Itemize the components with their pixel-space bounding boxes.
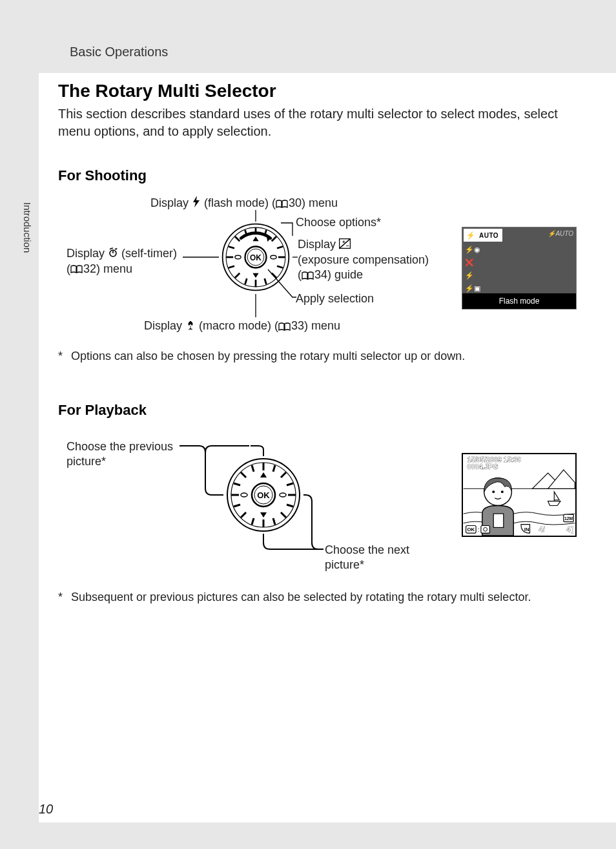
macro-icon [185, 319, 196, 334]
svg-text:OK: OK [257, 490, 270, 500]
playback-total: 4 [567, 525, 571, 533]
apply-selection-label: Apply selection [296, 291, 374, 306]
self-timer-icon [108, 247, 118, 262]
flash-redeye-icon: ⚡◉ [465, 246, 480, 254]
intro-paragraph: This section describes standard uses of … [58, 105, 568, 140]
svg-text:+: + [342, 239, 345, 245]
content-area: The Rotary Multi Selector This section d… [39, 73, 616, 823]
playback-date: 15/05/2009 15:30 [467, 456, 522, 463]
svg-rect-61 [481, 525, 490, 533]
flash-off-icon: ❌ [465, 258, 474, 267]
text: ) menu [96, 262, 132, 275]
manual-page: Basic Operations Introduction The Rotary… [0, 0, 616, 849]
book-icon [70, 262, 83, 277]
exposure-comp-icon: +− [339, 238, 351, 253]
svg-text:−: − [346, 243, 349, 249]
text: (self-timer) [118, 247, 177, 260]
up-label: Display (flash mode) (30) menu [150, 196, 338, 211]
playback-screen: 15/05/2009 15:30 0004.JPG OK : IN 4/ [462, 453, 577, 537]
shooting-diagram: Display (flash mode) (30) menu Choose op… [67, 196, 577, 338]
choose-options-label: Choose options* [296, 215, 381, 230]
text: 30 [289, 196, 302, 209]
flash-mode-caption: Flash mode [462, 293, 576, 309]
playback-footnote: * Subsequent or previous pictures can al… [58, 591, 585, 604]
rotary-dial: OK [225, 456, 302, 534]
text: (flash mode) ( [201, 196, 276, 209]
flash-on-icon: ⚡ [465, 271, 474, 280]
text: 33 [291, 319, 304, 332]
page-number: 10 [39, 802, 53, 817]
text: (exposure compensation) [298, 253, 429, 266]
flash-icon [192, 196, 201, 211]
text: (macro mode) ( [196, 319, 278, 332]
book-icon [278, 319, 291, 334]
rotary-dial: OK [220, 222, 291, 293]
text: ) menu [302, 196, 338, 209]
lcd-side-text: ⚡AUTO [548, 230, 573, 237]
book-icon [302, 268, 314, 283]
text: ) menu [304, 319, 340, 332]
shooting-footnote: * Options can also be chosen by pressing… [58, 350, 585, 363]
text: 32 [83, 262, 96, 275]
flash-auto-label: AUTO [479, 232, 498, 239]
prev-picture-label: Choose the previouspicture* [67, 439, 173, 470]
svg-point-56 [501, 490, 504, 493]
playback-diagram: Choose the previouspicture* Choose the n… [67, 430, 577, 579]
text: 34 [314, 268, 327, 281]
down-label: Display (macro mode) (33) menu [144, 319, 340, 334]
svg-text:]: ] [571, 525, 574, 533]
text: Display [144, 319, 185, 332]
playback-count: 4/ [539, 525, 545, 533]
svg-rect-57 [493, 514, 504, 527]
shooting-heading: For Shooting [58, 167, 585, 184]
svg-text::: : [478, 526, 480, 533]
text: Display [67, 247, 108, 260]
text: ) guide [327, 268, 363, 281]
svg-text:IN: IN [524, 527, 529, 532]
book-icon [276, 196, 289, 211]
ok-label: OK [250, 253, 262, 262]
text: Display [298, 238, 339, 251]
flash-mode-screen: ⚡AUTO ⚡AUTO ⚡◉ ❌ ⚡ ⚡▣ Flash mode [462, 227, 577, 309]
right-label: Display +− (exposure compensation) (34) … [298, 237, 429, 283]
playback-file: 0004.JPG [467, 463, 498, 470]
next-picture-label: Choose the nextpicture* [325, 543, 409, 573]
header-section-label: Basic Operations [70, 45, 168, 59]
flash-slow-icon: ⚡▣ [465, 284, 480, 293]
svg-text:12M: 12M [564, 516, 573, 521]
page-title: The Rotary Multi Selector [58, 81, 585, 101]
header-band: Basic Operations [0, 0, 616, 71]
playback-heading: For Playback [58, 402, 585, 419]
text: Display [150, 196, 192, 209]
chapter-tab-label: Introduction [22, 202, 33, 253]
svg-point-55 [492, 490, 495, 493]
left-label: Display (self-timer) (32) menu [67, 246, 177, 277]
side-tab: Introduction [0, 73, 39, 202]
svg-text:OK: OK [467, 527, 475, 532]
